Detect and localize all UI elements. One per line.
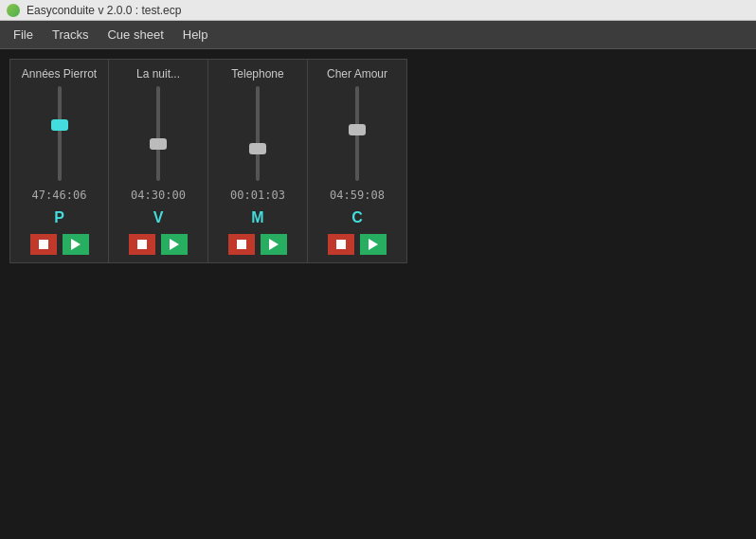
track-buttons-3 xyxy=(228,234,287,255)
window-title: Easyconduite v 2.0.0 : test.ecp xyxy=(27,4,181,17)
track-panel-1: Années Pierrot 47:46:06 P xyxy=(9,59,109,263)
slider-container-3[interactable] xyxy=(243,86,272,181)
slider-track-2 xyxy=(156,86,160,181)
track-time-2: 04:30:00 xyxy=(131,189,186,202)
stop-button-1[interactable] xyxy=(30,234,57,255)
track-time-1: 47:46:06 xyxy=(32,189,87,202)
stop-icon-3 xyxy=(237,240,246,249)
title-bar: Easyconduite v 2.0.0 : test.ecp xyxy=(0,0,756,21)
play-icon-4 xyxy=(369,239,378,250)
menu-tracks[interactable]: Tracks xyxy=(43,24,99,45)
stop-button-4[interactable] xyxy=(328,234,354,255)
slider-container-4[interactable] xyxy=(343,86,371,181)
stop-icon-4 xyxy=(336,240,346,249)
track-panel-4: Cher Amour 04:59:08 C xyxy=(308,59,407,263)
play-icon-3 xyxy=(269,239,279,250)
track-letter-2: V xyxy=(153,209,164,226)
track-name-2: La nuit... xyxy=(115,67,202,81)
menu-help[interactable]: Help xyxy=(173,24,218,45)
slider-thumb-2[interactable] xyxy=(150,138,167,150)
stop-icon-2 xyxy=(137,240,147,249)
stop-icon-1 xyxy=(39,240,48,249)
play-icon-1 xyxy=(71,239,81,250)
slider-container-1[interactable] xyxy=(45,86,74,181)
play-icon-2 xyxy=(170,239,179,250)
track-time-4: 04:59:08 xyxy=(330,189,385,202)
track-letter-3: M xyxy=(251,209,263,226)
menu-bar: File Tracks Cue sheet Help xyxy=(0,21,756,49)
track-buttons-1 xyxy=(30,234,89,255)
track-name-3: Telephone xyxy=(214,67,301,81)
track-name-4: Cher Amour xyxy=(314,67,401,81)
track-panel-2: La nuit... 04:30:00 V xyxy=(109,59,208,263)
play-button-4[interactable] xyxy=(360,234,387,255)
slider-track-1 xyxy=(58,86,62,181)
app-icon xyxy=(6,3,21,18)
track-panel-3: Telephone 00:01:03 M xyxy=(208,59,308,263)
track-buttons-4 xyxy=(328,234,387,255)
stop-button-3[interactable] xyxy=(228,234,255,255)
track-time-3: 00:01:03 xyxy=(230,189,285,202)
play-button-2[interactable] xyxy=(161,234,188,255)
track-letter-1: P xyxy=(54,209,64,226)
main-content: Années Pierrot 47:46:06 P La nuit... 04:… xyxy=(0,49,756,273)
track-name-1: Années Pierrot xyxy=(16,67,102,81)
stop-button-2[interactable] xyxy=(129,234,155,255)
menu-cue-sheet[interactable]: Cue sheet xyxy=(98,24,172,45)
slider-container-2[interactable] xyxy=(144,86,172,181)
menu-file[interactable]: File xyxy=(4,24,43,45)
play-button-1[interactable] xyxy=(63,234,89,255)
track-letter-4: C xyxy=(351,209,363,226)
slider-thumb-4[interactable] xyxy=(349,124,366,135)
play-button-3[interactable] xyxy=(261,234,287,255)
slider-thumb-1[interactable] xyxy=(51,119,68,131)
slider-thumb-3[interactable] xyxy=(249,143,266,154)
slider-track-3 xyxy=(256,86,260,181)
track-buttons-2 xyxy=(129,234,188,255)
